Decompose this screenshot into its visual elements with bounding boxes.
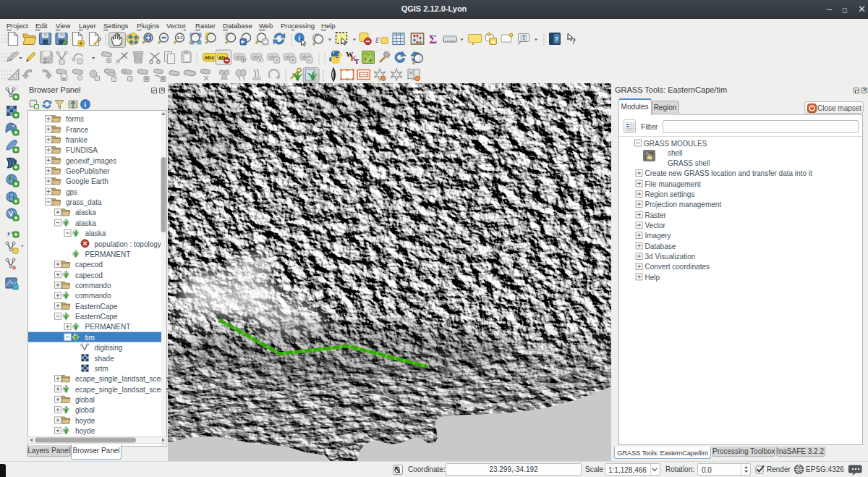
svg-text:?: ? <box>571 35 576 46</box>
svg-text:capecod: capecod <box>75 271 103 279</box>
svg-text:Raster: Raster <box>645 211 667 219</box>
svg-text:ecape_single_landsat_scene: ecape_single_landsat_scene <box>75 386 168 394</box>
svg-text:global: global <box>75 406 95 414</box>
svg-text:ε: ε <box>375 34 380 45</box>
svg-text:Convert coordinates: Convert coordinates <box>645 263 710 271</box>
svg-text:alaska: alaska <box>85 229 106 237</box>
svg-text:Database: Database <box>645 242 676 250</box>
svg-text:hoyde: hoyde <box>75 417 95 425</box>
svg-text:Google Earth: Google Earth <box>66 177 109 185</box>
svg-text:abc: abc <box>205 54 215 61</box>
svg-text:ecape_single_landsat_scene: ecape_single_landsat_scene <box>75 375 168 383</box>
svg-text:France: France <box>66 126 89 134</box>
svg-text:capecod: capecod <box>75 261 103 269</box>
svg-text:3d Visualization: 3d Visualization <box>645 253 696 261</box>
svg-text:commando: commando <box>75 282 111 290</box>
svg-text:frankie: frankie <box>66 136 88 144</box>
svg-text:alaska: alaska <box>75 208 96 216</box>
svg-text:EasternCape: EasternCape <box>75 313 118 321</box>
svg-text:population : topology r: population : topology r <box>95 240 166 248</box>
svg-text:FUNDISA: FUNDISA <box>66 146 98 154</box>
svg-text:commando: commando <box>75 292 111 300</box>
svg-text:?: ? <box>555 35 559 43</box>
svg-text:File management: File management <box>645 180 701 188</box>
svg-text:gps: gps <box>66 188 77 196</box>
svg-text:Imagery: Imagery <box>645 232 671 240</box>
svg-text:Create new GRASS location and: Create new GRASS location and transfer d… <box>645 169 812 177</box>
svg-text:forms: forms <box>66 115 84 123</box>
svg-text:tim: tim <box>85 334 95 342</box>
svg-text:grass_data: grass_data <box>66 198 102 206</box>
svg-text:i: i <box>298 34 300 42</box>
svg-text:global: global <box>75 396 95 404</box>
svg-text:PERMANENT: PERMANENT <box>85 250 131 258</box>
svg-text:srtm: srtm <box>95 365 109 373</box>
svg-text:Σ: Σ <box>429 33 437 46</box>
svg-text:EasternCape: EasternCape <box>75 303 118 311</box>
svg-text:shade: shade <box>95 355 115 363</box>
svg-text:Projection management: Projection management <box>645 200 722 208</box>
svg-text:T: T <box>522 35 526 41</box>
svg-text:alaska: alaska <box>75 219 96 227</box>
svg-text:geoexif_images: geoexif_images <box>66 157 116 165</box>
svg-text:1:1: 1:1 <box>176 35 182 40</box>
svg-text:Help: Help <box>645 274 660 282</box>
svg-text:PERMANENT: PERMANENT <box>85 323 131 331</box>
svg-text:Vector: Vector <box>645 221 666 229</box>
svg-text:digitising: digitising <box>95 344 123 352</box>
svg-text:hoyde: hoyde <box>75 427 95 435</box>
svg-text:,: , <box>7 224 10 237</box>
svg-text:Region settings: Region settings <box>645 190 695 198</box>
svg-text:T: T <box>354 58 359 65</box>
svg-text:GeoPublisher: GeoPublisher <box>66 167 110 175</box>
